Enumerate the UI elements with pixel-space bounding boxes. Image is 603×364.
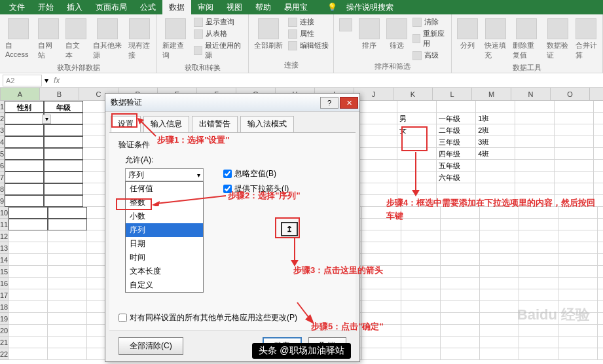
filter-button[interactable]: 筛选 — [385, 17, 409, 52]
cell-B11[interactable] — [48, 219, 87, 230]
row-12[interactable]: 12 — [0, 230, 9, 242]
cell-O15[interactable] — [558, 266, 598, 278]
cell-L18[interactable] — [441, 301, 480, 313]
from-access-button[interactable]: 自 Access — [4, 17, 33, 60]
cell-P14[interactable] — [598, 254, 603, 266]
cell-B3[interactable] — [44, 124, 83, 136]
cell-K15[interactable] — [401, 266, 441, 278]
allow-option[interactable]: 自定义 — [126, 278, 203, 292]
cell-N20[interactable] — [519, 325, 558, 337]
allow-combo[interactable]: 序列 — [125, 168, 204, 181]
cell-B6[interactable] — [44, 160, 83, 172]
cell-A12[interactable] — [9, 230, 48, 242]
cell-O8[interactable] — [555, 183, 594, 195]
menu-plugin[interactable]: 易用宝 — [278, 0, 314, 15]
cell-O7[interactable] — [555, 172, 594, 183]
col-M[interactable]: M — [472, 88, 511, 100]
row-8[interactable]: 8 — [0, 183, 5, 195]
menu-data[interactable]: 数据 — [162, 0, 191, 15]
cell-P6[interactable] — [594, 160, 603, 172]
row-20[interactable]: 20 — [0, 325, 9, 337]
cell-P18[interactable] — [598, 301, 603, 313]
row-16[interactable]: 16 — [0, 278, 9, 289]
cell-A5[interactable] — [5, 148, 44, 160]
from-text-button[interactable]: 自文本 — [64, 17, 88, 62]
dialog-titlebar[interactable]: 数据验证 ? ✕ — [105, 94, 359, 112]
cell-A2[interactable] — [5, 113, 44, 124]
cell-M8[interactable] — [476, 183, 515, 195]
name-box[interactable] — [3, 75, 42, 86]
cell-A15[interactable] — [9, 266, 48, 278]
row-14[interactable]: 14 — [0, 254, 9, 266]
cell-J18[interactable] — [362, 301, 401, 313]
cell-K14[interactable] — [401, 254, 441, 266]
col-O[interactable]: O — [551, 88, 590, 100]
cell-P13[interactable] — [598, 242, 603, 254]
cell-L12[interactable] — [441, 230, 480, 242]
cell-B13[interactable] — [48, 242, 87, 254]
cell-M14[interactable] — [480, 254, 519, 266]
cell-P10[interactable] — [598, 207, 603, 219]
cell-N5[interactable] — [515, 148, 555, 160]
ignore-blank-checkbox[interactable]: 忽略空值(B) — [223, 168, 289, 179]
cell-B20[interactable] — [48, 325, 87, 337]
row-2[interactable]: 2 — [0, 113, 5, 124]
row-11[interactable]: 11 — [0, 219, 9, 230]
recent-sources-item[interactable]: 最近使用的源 — [194, 41, 244, 60]
cell-M18[interactable] — [480, 301, 519, 313]
cell-M6[interactable] — [476, 160, 515, 172]
cell-K1[interactable] — [397, 101, 437, 113]
cell-N7[interactable] — [515, 172, 555, 183]
existing-conn-button[interactable]: 现有连接 — [127, 17, 153, 62]
cell-A1[interactable]: 性别 — [5, 101, 44, 113]
cell-M15[interactable] — [480, 266, 519, 278]
cell-A4[interactable] — [5, 136, 44, 148]
cell-M13[interactable] — [480, 242, 519, 254]
cell-A17[interactable] — [9, 289, 48, 301]
cell-P19[interactable] — [598, 313, 603, 325]
cell-M12[interactable] — [480, 230, 519, 242]
cell-A10[interactable] — [9, 207, 48, 219]
data-validation-button[interactable]: 数据验证 — [545, 17, 570, 62]
from-other-button[interactable]: 自其他来源 — [92, 17, 123, 62]
allow-option[interactable]: 整数 — [126, 196, 203, 209]
cell-N3[interactable] — [515, 124, 555, 136]
tab-input-msg[interactable]: 输入信息 — [143, 116, 189, 132]
menu-review[interactable]: 审阅 — [191, 0, 220, 15]
allow-option[interactable]: 任何值 — [126, 182, 203, 196]
cell-N12[interactable] — [519, 230, 558, 242]
cell-A18[interactable] — [9, 301, 48, 313]
tab-settings[interactable]: 设置 — [111, 116, 141, 132]
cell-A13[interactable] — [9, 242, 48, 254]
text-to-cols-button[interactable]: 分列 — [456, 17, 479, 52]
cell-B5[interactable] — [44, 148, 83, 160]
cell-O17[interactable] — [558, 289, 598, 301]
cell-L17[interactable] — [441, 289, 480, 301]
cell-J7[interactable] — [358, 172, 397, 183]
cell-K3[interactable]: 女 — [397, 124, 437, 136]
new-query-button[interactable]: 新建查询 — [161, 17, 190, 62]
cell-K16[interactable] — [401, 278, 441, 289]
properties-item[interactable]: 属性 — [288, 29, 329, 39]
cell-A11[interactable] — [9, 219, 48, 230]
cell-B8[interactable] — [44, 183, 83, 195]
cell-N6[interactable] — [515, 160, 555, 172]
col-N[interactable]: N — [511, 88, 551, 100]
cell-L15[interactable] — [441, 266, 480, 278]
cell-M1[interactable] — [476, 101, 515, 113]
cell-L6[interactable]: 五年级 — [437, 160, 476, 172]
cell-P3[interactable] — [594, 124, 603, 136]
cell-L4[interactable]: 三年级 — [437, 136, 476, 148]
cell-A20[interactable] — [9, 325, 48, 337]
col-P[interactable]: P — [590, 88, 603, 100]
cell-A14[interactable] — [9, 254, 48, 266]
cell-N8[interactable] — [515, 183, 555, 195]
row-15[interactable]: 15 — [0, 266, 9, 278]
cell-N13[interactable] — [519, 242, 558, 254]
cell-K19[interactable] — [401, 313, 441, 325]
cell-P12[interactable] — [598, 230, 603, 242]
cell-O1[interactable] — [555, 101, 594, 113]
cell-A8[interactable] — [5, 183, 44, 195]
cell-B1[interactable]: 年级 — [44, 101, 83, 113]
cell-K8[interactable] — [397, 183, 437, 195]
